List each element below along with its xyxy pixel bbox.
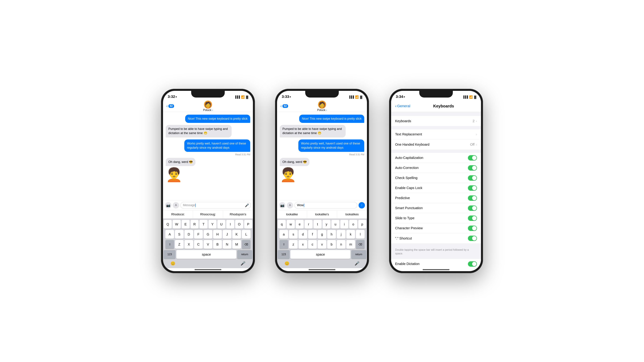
key-return[interactable]: return <box>237 250 252 259</box>
settings-row-auto-correction[interactable]: Auto-Correction <box>391 163 481 173</box>
key-d[interactable]: D <box>184 230 193 239</box>
mic-bottom-icon-2[interactable]: 🎤 <box>354 261 360 266</box>
period-shortcut-toggle[interactable] <box>468 236 477 241</box>
key2-l[interactable]: l <box>356 230 364 239</box>
key2-a[interactable]: a <box>280 230 288 239</box>
auto-cap-toggle[interactable] <box>468 155 477 161</box>
settings-row-period-shortcut[interactable]: "." Shortcut <box>391 233 481 243</box>
autocomplete-2-item-3[interactable]: lookalikes <box>337 210 367 218</box>
settings-row-one-handed[interactable]: One Handed Keyboard Off › <box>391 139 481 149</box>
key2-q[interactable]: q <box>278 220 286 229</box>
key-o[interactable]: O <box>235 220 243 229</box>
key-r[interactable]: R <box>190 220 198 229</box>
key2-i[interactable]: i <box>340 220 348 229</box>
settings-row-dictation[interactable]: Enable Dictation <box>391 259 481 268</box>
camera-button-1[interactable]: 📷 <box>165 202 172 209</box>
key-t[interactable]: T <box>200 220 208 229</box>
key2-space[interactable]: space <box>290 250 350 259</box>
key2-k[interactable]: k <box>346 230 355 239</box>
key-v[interactable]: V <box>204 240 212 249</box>
caps-lock-toggle[interactable] <box>468 185 477 191</box>
key2-x[interactable]: x <box>298 240 307 249</box>
settings-row-smart-punctuation[interactable]: Smart Punctuation <box>391 203 481 213</box>
autocomplete-item-3[interactable]: Rhodopsin's <box>223 210 253 218</box>
key2-h[interactable]: h <box>327 230 336 239</box>
key-h[interactable]: H <box>213 230 222 239</box>
auto-correction-toggle[interactable] <box>468 165 477 171</box>
settings-back-button[interactable]: ‹ General <box>395 104 410 108</box>
key-123[interactable]: 123 <box>164 250 176 259</box>
key-b[interactable]: B <box>213 240 222 249</box>
char-preview-toggle[interactable] <box>468 226 477 231</box>
key2-p[interactable]: p <box>358 220 366 229</box>
key2-shift[interactable]: ⇧ <box>280 240 288 249</box>
back-button-1[interactable]: ‹ 92 <box>166 104 174 108</box>
key2-delete[interactable]: ⌫ <box>356 240 364 249</box>
key2-return[interactable]: return <box>351 250 366 259</box>
key2-w[interactable]: w <box>286 220 295 229</box>
settings-row-keyboards[interactable]: Keyboards 2 › <box>391 116 481 126</box>
key2-n[interactable]: n <box>337 240 346 249</box>
autocomplete-item-1[interactable]: Rhodocsi: <box>163 210 193 218</box>
key-y[interactable]: Y <box>208 220 216 229</box>
key2-y[interactable]: y <box>322 220 330 229</box>
camera-button-2[interactable]: 📷 <box>279 202 286 209</box>
nav-center-1[interactable]: 🧑 Potuck › <box>203 100 213 112</box>
key-e[interactable]: E <box>182 220 190 229</box>
predictive-toggle[interactable] <box>468 195 477 201</box>
message-input-2[interactable]: Wow <box>294 202 357 209</box>
slide-to-type-toggle[interactable] <box>468 216 477 221</box>
key2-s[interactable]: s <box>289 230 298 239</box>
key-j[interactable]: J <box>223 230 232 239</box>
key2-z[interactable]: z <box>289 240 298 249</box>
key2-e[interactable]: e <box>296 220 304 229</box>
key-s[interactable]: S <box>175 230 184 239</box>
animoji-button-1[interactable]: A <box>173 202 179 209</box>
key-shift[interactable]: ⇧ <box>165 240 174 249</box>
key-n[interactable]: N <box>223 240 232 249</box>
nav-center-2[interactable]: 🧑 Potuck › <box>317 100 327 112</box>
key2-o[interactable]: o <box>349 220 357 229</box>
key-u[interactable]: U <box>217 220 226 229</box>
key2-c[interactable]: c <box>308 240 317 249</box>
mic-bottom-icon-1[interactable]: 🎤 <box>240 261 246 266</box>
autocomplete-2-item-2[interactable]: lookalike's <box>307 210 337 218</box>
back-button-2[interactable]: ‹ 92 <box>280 104 288 108</box>
key-space[interactable]: space <box>176 250 236 259</box>
key2-m[interactable]: m <box>346 240 355 249</box>
message-input-1[interactable]: Message 🎤 <box>180 202 251 209</box>
key2-r[interactable]: r <box>304 220 312 229</box>
emoji-icon-1[interactable]: 😊 <box>170 261 176 266</box>
emoji-icon-2[interactable]: 😊 <box>284 261 290 266</box>
key2-b[interactable]: b <box>327 240 336 249</box>
key-p[interactable]: P <box>244 220 252 229</box>
key-w[interactable]: W <box>172 220 180 229</box>
autocomplete-item-2[interactable]: Rhoocroug: <box>193 210 223 218</box>
key-g[interactable]: G <box>204 230 212 239</box>
settings-row-caps-lock[interactable]: Enable Caps Lock <box>391 183 481 193</box>
key-k[interactable]: K <box>232 230 241 239</box>
key-l[interactable]: L <box>242 230 250 239</box>
key-x[interactable]: X <box>184 240 193 249</box>
settings-row-auto-cap[interactable]: Auto-Capitalization <box>391 153 481 163</box>
check-spelling-toggle[interactable] <box>468 175 477 181</box>
key-i[interactable]: I <box>226 220 234 229</box>
settings-row-predictive[interactable]: Predictive <box>391 193 481 203</box>
key-a[interactable]: A <box>165 230 174 239</box>
key-q[interactable]: Q <box>164 220 172 229</box>
key-z[interactable]: Z <box>175 240 184 249</box>
key2-f[interactable]: f <box>308 230 317 239</box>
settings-row-check-spelling[interactable]: Check Spelling <box>391 173 481 183</box>
smart-punctuation-toggle[interactable] <box>468 205 477 211</box>
key2-d[interactable]: d <box>298 230 307 239</box>
mic-icon-1[interactable]: 🎤 <box>245 203 249 207</box>
key2-123[interactable]: 123 <box>278 250 290 259</box>
key2-g[interactable]: g <box>318 230 326 239</box>
key2-j[interactable]: j <box>337 230 346 239</box>
autocomplete-2-item-1[interactable]: lookalike <box>277 210 307 218</box>
key-c[interactable]: C <box>194 240 203 249</box>
settings-row-char-preview[interactable]: Character Preview <box>391 223 481 233</box>
key-m[interactable]: M <box>232 240 241 249</box>
settings-row-text-replacement[interactable]: Text Replacement › <box>391 129 481 139</box>
send-button-2[interactable]: ↑ <box>358 202 365 209</box>
